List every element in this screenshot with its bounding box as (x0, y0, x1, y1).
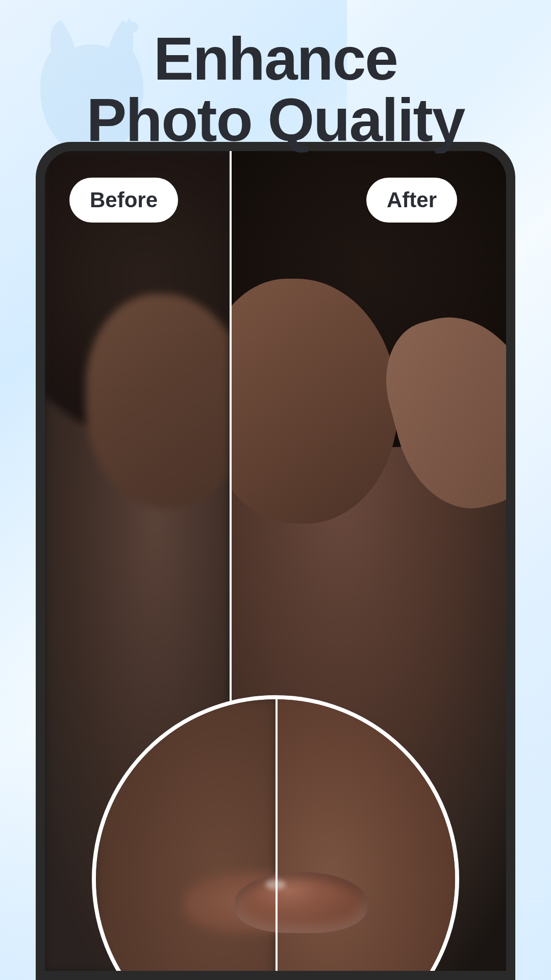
headline: Enhance Photo Quality (0, 28, 551, 151)
headline-line-1: Enhance (154, 25, 397, 92)
portrait-face-before (86, 294, 230, 508)
headline-line-2: Photo Quality (87, 86, 465, 154)
phone-mockup-frame: Before After (36, 142, 515, 980)
magnified-lips-after (235, 872, 367, 933)
before-badge: Before (69, 178, 178, 223)
phone-screen: Before After (45, 151, 506, 971)
after-badge: After (366, 178, 457, 223)
magnifier-divider-line (276, 699, 278, 971)
